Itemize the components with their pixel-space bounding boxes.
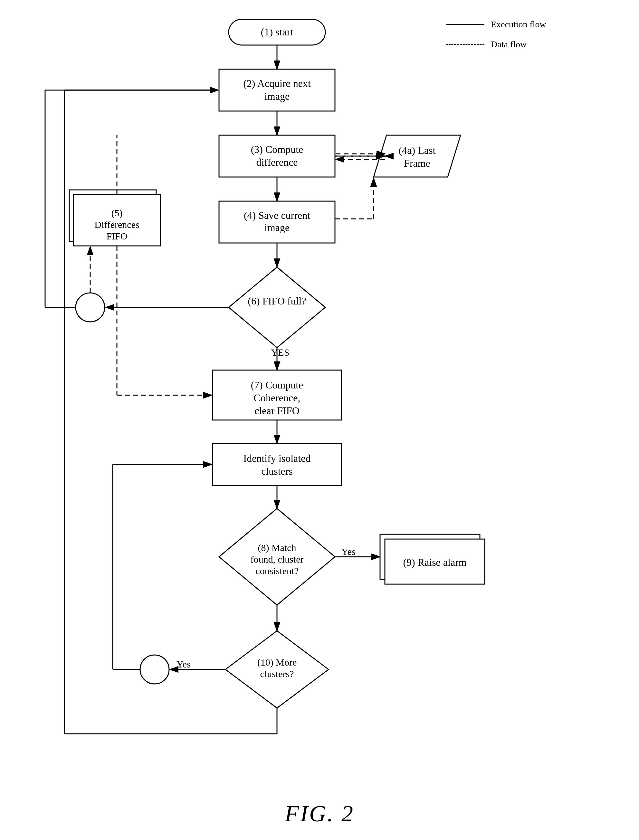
svg-text:found, cluster: found, cluster xyxy=(251,554,304,564)
svg-text:clusters: clusters xyxy=(261,465,293,477)
svg-text:(2) Acquire next: (2) Acquire next xyxy=(243,78,311,89)
svg-text:(8) Match: (8) Match xyxy=(258,542,296,553)
svg-text:(10) More: (10) More xyxy=(258,657,297,668)
svg-marker-12 xyxy=(374,135,461,177)
svg-text:(4a) Last: (4a) Last xyxy=(399,144,436,156)
svg-point-33 xyxy=(76,293,105,322)
svg-rect-49 xyxy=(213,444,342,485)
svg-text:image: image xyxy=(264,222,289,233)
svg-text:(3) Compute: (3) Compute xyxy=(251,144,304,155)
svg-marker-31 xyxy=(229,267,325,347)
svg-text:clear FIFO: clear FIFO xyxy=(254,405,300,417)
svg-text:Coherence,: Coherence, xyxy=(254,392,300,404)
svg-text:difference: difference xyxy=(256,157,297,168)
svg-text:(6) FIFO full?: (6) FIFO full? xyxy=(248,295,306,307)
svg-text:Differences: Differences xyxy=(94,219,139,230)
svg-point-66 xyxy=(140,655,169,684)
svg-text:Yes: Yes xyxy=(342,546,356,557)
svg-text:(5): (5) xyxy=(111,208,123,219)
svg-text:(1) start: (1) start xyxy=(261,26,293,38)
svg-text:(9) Raise alarm: (9) Raise alarm xyxy=(403,556,466,568)
fig-label: FIG. 2 xyxy=(285,800,354,827)
svg-text:Frame: Frame xyxy=(404,157,430,169)
flowchart-svg: (1) start (2) Acquire next image (3) Com… xyxy=(0,0,639,824)
svg-rect-9 xyxy=(219,135,335,177)
svg-text:Yes: Yes xyxy=(176,659,191,669)
svg-text:Identify isolated: Identify isolated xyxy=(243,453,311,464)
svg-text:consistent?: consistent? xyxy=(255,566,298,576)
svg-text:(4) Save current: (4) Save current xyxy=(244,209,310,221)
svg-text:FIFO: FIFO xyxy=(106,231,127,241)
svg-text:image: image xyxy=(264,90,289,102)
svg-text:clusters?: clusters? xyxy=(260,669,294,679)
diagram-container: Execution flow Data flow (1) start (2) A… xyxy=(0,0,639,840)
svg-text:YES: YES xyxy=(271,347,289,358)
svg-text:(7) Compute: (7) Compute xyxy=(251,379,304,391)
svg-rect-5 xyxy=(219,69,335,111)
